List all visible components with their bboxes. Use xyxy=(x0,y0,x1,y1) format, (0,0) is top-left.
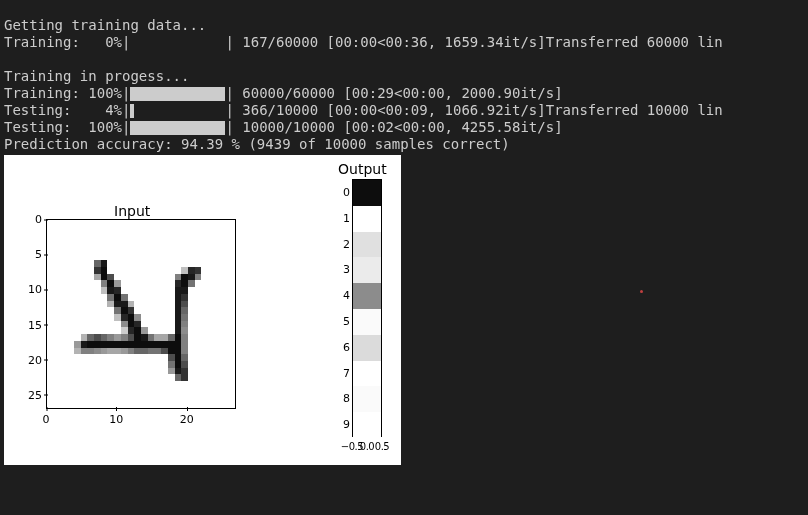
ytick-label: 10 xyxy=(22,283,42,296)
output-ytick-label: 3 xyxy=(336,263,350,276)
output-class-cell xyxy=(353,206,381,232)
output-ytick-label: 9 xyxy=(336,418,350,431)
ytick-label: 5 xyxy=(22,248,42,261)
progress-bar xyxy=(130,104,225,118)
output-ytick-label: 1 xyxy=(336,211,350,224)
output-class-cell xyxy=(353,386,381,412)
terminal-line: Training: 0%|| 167/60000 [00:00<00:36, 1… xyxy=(4,34,723,50)
output-ytick-label: 8 xyxy=(336,392,350,405)
output-ytick-label: 6 xyxy=(336,340,350,353)
progress-bar xyxy=(130,121,225,135)
terminal-line: Training in progess... xyxy=(4,68,189,84)
output-class-cell xyxy=(353,283,381,309)
xtick-label: 10 xyxy=(109,413,123,426)
ytick-label: 0 xyxy=(22,213,42,226)
output-xtick-label: 0.5 xyxy=(375,441,389,452)
terminal-line: Prediction accuracy: 94.39 % (9439 of 10… xyxy=(4,136,510,152)
cursor-indicator xyxy=(640,290,643,293)
terminal-line: Testing: 100%|| 10000/10000 [00:02<00:00… xyxy=(4,119,563,135)
progress-bar xyxy=(130,36,225,50)
output-class-cell xyxy=(353,335,381,361)
terminal-line: Testing: 4%|| 366/10000 [00:00<00:09, 10… xyxy=(4,102,723,118)
output-ytick-label: 7 xyxy=(336,366,350,379)
output-ytick-label: 4 xyxy=(336,289,350,302)
output-xtick-label: 0.0 xyxy=(360,441,374,452)
output-plot-title: Output xyxy=(338,161,387,177)
output-class-cell xyxy=(353,309,381,335)
output-class-cell xyxy=(353,180,381,206)
xtick-label: 0 xyxy=(43,413,50,426)
input-plot-title: Input xyxy=(114,203,150,219)
input-heatmap xyxy=(46,219,236,409)
xtick-label: 20 xyxy=(180,413,194,426)
output-ytick-label: 2 xyxy=(336,237,350,250)
terminal-output: Getting training data... Training: 0%|| … xyxy=(0,0,808,153)
output-heatmap xyxy=(352,179,382,437)
ytick-label: 25 xyxy=(22,388,42,401)
ytick-label: 20 xyxy=(22,353,42,366)
terminal-line: Training: 100%|| 60000/60000 [00:29<00:0… xyxy=(4,85,563,101)
output-class-cell xyxy=(353,232,381,258)
output-class-cell xyxy=(353,361,381,387)
output-ytick-label: 0 xyxy=(336,185,350,198)
output-ytick-label: 5 xyxy=(336,314,350,327)
matplotlib-figure: Input 0510152025 01020 Output 0123456789… xyxy=(4,155,401,465)
output-class-cell xyxy=(353,257,381,283)
progress-bar xyxy=(130,87,225,101)
terminal-line: Getting training data... xyxy=(4,17,206,33)
output-class-cell xyxy=(353,412,381,438)
ytick-label: 15 xyxy=(22,318,42,331)
